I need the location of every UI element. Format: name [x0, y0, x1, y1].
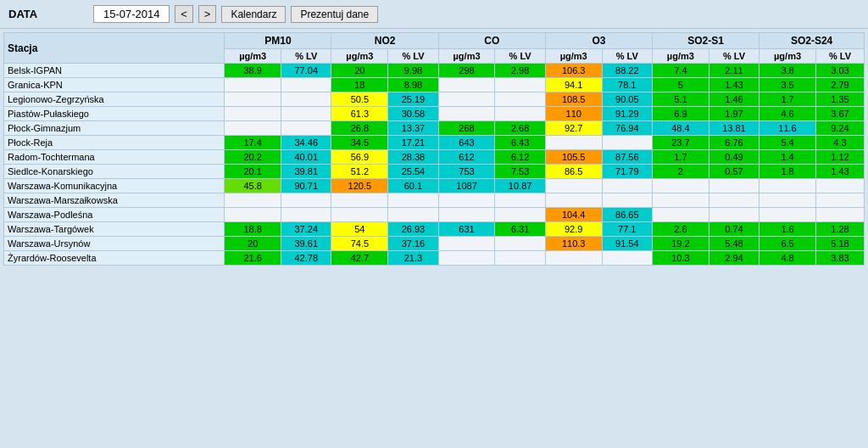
data-cell: 2.79 [815, 78, 864, 92]
data-cell [495, 193, 545, 208]
station-name: Warszawa-Targówek [4, 222, 225, 237]
data-cell: 6.31 [495, 222, 545, 237]
table-row: Legionowo-Zegrzyńska50.525.19108.590.055… [4, 92, 865, 107]
data-cell: 2.6 [653, 222, 709, 237]
next-button[interactable]: > [198, 5, 217, 23]
data-cell: 91.54 [602, 237, 652, 251]
so2s24-sub1: µg/m3 [760, 49, 816, 64]
data-cell [438, 92, 495, 107]
data-cell: 2.68 [495, 121, 545, 136]
table-row: Warszawa-Komunikacyjna45.890.71120.560.1… [4, 179, 865, 193]
data-cell: 37.24 [281, 222, 331, 237]
data-cell: 25.19 [388, 92, 438, 107]
station-name: Warszawa-Podleśna [4, 208, 225, 222]
data-cell [225, 92, 281, 107]
data-cell: 3.67 [815, 107, 864, 121]
table-row: Siedlce-Konarskiego20.139.8151.225.54753… [4, 165, 865, 179]
data-cell: 60.1 [388, 179, 438, 193]
data-cell: 90.05 [602, 92, 652, 107]
table-container: Stacja PM10 NO2 CO O3 SO2-S1 SO2-S24 µg/… [0, 29, 868, 269]
data-cell: 6.12 [495, 150, 545, 165]
so2s24-sub2: % LV [815, 49, 864, 64]
data-cell [281, 78, 331, 92]
data-cell [225, 78, 281, 92]
data-cell [225, 121, 281, 136]
data-cell [545, 179, 602, 193]
data-cell: 1.43 [815, 165, 864, 179]
data-cell [438, 107, 495, 121]
data-cell: 105.5 [545, 150, 602, 165]
data-cell: 20.2 [225, 150, 281, 165]
data-cell: 4.3 [815, 136, 864, 150]
prev-button[interactable]: < [175, 5, 193, 23]
data-cell: 92.7 [545, 121, 602, 136]
data-cell: 3.8 [760, 64, 816, 78]
data-cell: 5.48 [709, 237, 759, 251]
table-row: Płock-Reja17.434.4634.517.216436.4323.76… [4, 136, 865, 150]
data-cell [815, 179, 864, 193]
data-cell: 631 [438, 222, 495, 237]
data-cell: 77.04 [281, 64, 331, 78]
data-cell: 42.78 [281, 251, 331, 266]
data-cell: 7.53 [495, 165, 545, 179]
pm10-sub2: % LV [281, 49, 331, 64]
data-cell: 50.5 [331, 92, 388, 107]
data-cell [388, 193, 438, 208]
station-name: Warszawa-Komunikacyjna [4, 179, 225, 193]
data-cell: 9.24 [815, 121, 864, 136]
data-cell: 91.29 [602, 107, 652, 121]
data-cell: 71.79 [602, 165, 652, 179]
data-cell: 10.3 [653, 251, 709, 266]
data-cell [281, 193, 331, 208]
data-cell: 7.4 [653, 64, 709, 78]
data-cell [760, 193, 816, 208]
data-cell: 30.58 [388, 107, 438, 121]
date-display: 15-07-2014 [93, 5, 170, 23]
data-cell [438, 208, 495, 222]
data-cell: 87.56 [602, 150, 652, 165]
data-cell: 25.54 [388, 165, 438, 179]
data-cell [281, 107, 331, 121]
data-cell [602, 179, 652, 193]
data-cell [815, 208, 864, 222]
data-cell: 78.1 [602, 78, 652, 92]
table-row: Warszawa-Marszałkowska [4, 193, 865, 208]
data-cell: 34.5 [331, 136, 388, 150]
data-cell [495, 251, 545, 266]
o3-sub1: µg/m3 [545, 49, 602, 64]
data-cell: 0.49 [709, 150, 759, 165]
o3-sub2: % LV [602, 49, 652, 64]
data-cell: 39.61 [281, 237, 331, 251]
data-cell: 94.1 [545, 78, 602, 92]
data-cell [225, 107, 281, 121]
data-cell: 5.4 [760, 136, 816, 150]
data-cell [495, 78, 545, 92]
co-sub2: % LV [495, 49, 545, 64]
calendar-button[interactable]: Kalendarz [221, 6, 286, 23]
data-cell: 643 [438, 136, 495, 150]
data-cell: 38.9 [225, 64, 281, 78]
data-cell: 90.71 [281, 179, 331, 193]
data-cell [760, 179, 816, 193]
so2s24-header: SO2-S24 [760, 33, 865, 49]
data-cell: 1.46 [709, 92, 759, 107]
data-cell: 20 [225, 237, 281, 251]
data-cell: 612 [438, 150, 495, 165]
data-cell [495, 92, 545, 107]
data-cell: 3.5 [760, 78, 816, 92]
data-cell [653, 179, 709, 193]
data-cell: 17.21 [388, 136, 438, 150]
station-header: Stacja [4, 33, 225, 64]
data-cell: 3.03 [815, 64, 864, 78]
pm10-header: PM10 [225, 33, 331, 49]
data-cell [438, 78, 495, 92]
data-cell [225, 193, 281, 208]
data-cell [602, 193, 652, 208]
data-cell [545, 136, 602, 150]
present-button[interactable]: Prezentuj dane [291, 6, 378, 23]
so2s1-sub1: µg/m3 [653, 49, 709, 64]
data-cell: 5 [653, 78, 709, 92]
co-sub1: µg/m3 [438, 49, 495, 64]
data-cell [495, 237, 545, 251]
data-cell [602, 136, 652, 150]
